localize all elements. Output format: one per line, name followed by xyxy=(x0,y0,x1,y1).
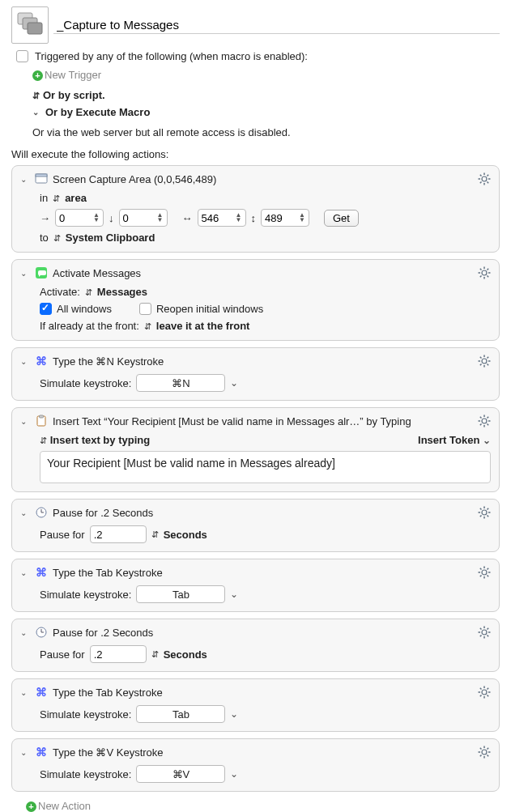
reopen-label: Reopen initial windows xyxy=(156,303,263,315)
action-activate-messages: ⌄ Activate Messages Activate: ⇵ Messages… xyxy=(11,259,500,341)
chevron-down-icon[interactable]: ⌄ xyxy=(230,768,238,780)
chevron-down-icon[interactable]: ⌄ xyxy=(20,175,30,184)
gear-icon[interactable] xyxy=(478,626,491,639)
front-label: If already at the front: xyxy=(40,320,139,332)
macro-group-icon[interactable] xyxy=(11,6,49,44)
gear-icon[interactable] xyxy=(478,415,491,427)
new-trigger-button[interactable]: +New Trigger xyxy=(32,69,101,81)
height-arrow-icon: ↕ xyxy=(251,212,257,224)
will-execute-label: Will execute the following actions: xyxy=(11,148,500,160)
chevron-down-icon[interactable]: ⌄ xyxy=(32,108,42,117)
action-type-tab-1: ⌄ ⌘ Type the Tab Keystroke Simulate keys… xyxy=(11,559,500,612)
action-title: Insert Text “Your Recipient [Must be val… xyxy=(53,415,473,427)
command-icon: ⌘ xyxy=(35,355,48,368)
keystroke-field[interactable]: Tab xyxy=(136,705,225,723)
to-label: to xyxy=(40,232,49,244)
h-field[interactable]: ▲▼ xyxy=(261,209,309,227)
action-title: Type the ⌘V Keystroke xyxy=(53,746,473,759)
right-arrow-icon: → xyxy=(40,212,50,224)
action-insert-text: ⌄ Insert Text “Your Recipient [Must be v… xyxy=(11,407,500,492)
chevron-down-icon[interactable]: ⌄ xyxy=(230,377,238,389)
chevron-down-icon[interactable]: ⌄ xyxy=(230,708,238,720)
svg-rect-13 xyxy=(36,174,47,176)
down-arrow-icon: ↓ xyxy=(109,212,114,224)
activate-label: Activate: xyxy=(40,286,80,298)
action-title: Pause for .2 Seconds xyxy=(53,507,473,519)
chevron-down-icon[interactable]: ⌄ xyxy=(20,568,30,577)
simulate-label: Simulate keystroke: xyxy=(40,589,131,601)
updown-icon[interactable]: ⇵ xyxy=(151,531,159,538)
sort-icon[interactable]: ⇵ xyxy=(32,92,40,99)
pause-field[interactable] xyxy=(90,525,147,543)
chevron-down-icon[interactable]: ⌄ xyxy=(20,357,30,366)
gear-icon[interactable] xyxy=(478,266,491,279)
stepper-icon[interactable]: ▲▼ xyxy=(236,213,242,223)
chevron-down-icon[interactable]: ⌄ xyxy=(20,628,30,637)
in-label: in xyxy=(40,192,48,204)
window-icon xyxy=(35,172,48,185)
messages-app-icon xyxy=(35,266,48,279)
x-field[interactable]: ▲▼ xyxy=(55,209,104,227)
width-arrow-icon: ↔ xyxy=(182,212,193,224)
keystroke-field[interactable]: ⌘N xyxy=(136,374,225,392)
clock-icon xyxy=(35,626,48,639)
gear-icon[interactable] xyxy=(478,172,491,185)
new-action-button[interactable]: +New Action xyxy=(26,800,91,812)
chevron-down-icon[interactable]: ⌄ xyxy=(20,508,30,517)
keystroke-field[interactable]: ⌘V xyxy=(136,765,225,783)
stepper-icon[interactable]: ▲▼ xyxy=(299,213,305,223)
triggered-label: Triggered by any of the following (when … xyxy=(35,50,308,62)
gear-icon[interactable] xyxy=(478,686,491,699)
updown-icon[interactable]: ⇵ xyxy=(144,323,151,329)
gear-icon[interactable] xyxy=(478,506,491,519)
svg-rect-11 xyxy=(28,23,42,34)
chevron-down-icon[interactable]: ⌄ xyxy=(20,748,30,757)
insert-token-button[interactable]: Insert Token ⌄ xyxy=(418,434,491,446)
action-type-cmd-v: ⌄ ⌘ Type the ⌘V Keystroke Simulate keyst… xyxy=(11,738,500,792)
simulate-label: Simulate keystroke: xyxy=(40,768,131,780)
action-type-tab-2: ⌄ ⌘ Type the Tab Keystroke Simulate keys… xyxy=(11,678,500,732)
updown-icon[interactable]: ⇵ xyxy=(151,651,159,657)
clock-icon xyxy=(35,506,48,519)
chevron-down-icon[interactable]: ⌄ xyxy=(20,688,30,697)
gear-icon[interactable] xyxy=(478,355,491,368)
insert-text-body[interactable]: Your Recipient [Must be valid name in Me… xyxy=(40,451,491,483)
action-title: Type the Tab Keystroke xyxy=(53,567,473,579)
macro-title-input[interactable] xyxy=(53,16,500,34)
get-button[interactable]: Get xyxy=(324,210,359,227)
insert-method[interactable]: Insert text by typing xyxy=(50,434,151,446)
pause-unit[interactable]: Seconds xyxy=(164,529,207,541)
updown-icon[interactable]: ⇵ xyxy=(85,289,92,295)
or-via-webserver-label: Or via the web server but all remote acc… xyxy=(32,126,500,138)
front-value[interactable]: leave it at the front xyxy=(156,320,250,332)
chevron-down-icon[interactable]: ⌄ xyxy=(230,589,238,600)
gear-icon[interactable] xyxy=(478,746,491,759)
triggered-checkbox[interactable] xyxy=(16,50,28,62)
stepper-icon[interactable]: ▲▼ xyxy=(157,213,164,223)
updown-icon[interactable]: ⇵ xyxy=(40,437,47,444)
stepper-icon[interactable]: ▲▼ xyxy=(93,213,100,223)
activate-target[interactable]: Messages xyxy=(97,286,147,298)
chevron-down-icon: ⌄ xyxy=(483,435,491,446)
updown-icon[interactable]: ⇵ xyxy=(53,195,60,202)
all-windows-label: All windows xyxy=(57,303,112,315)
to-target[interactable]: System Clipboard xyxy=(66,232,155,244)
pause-label: Pause for xyxy=(40,529,85,541)
all-windows-checkbox[interactable] xyxy=(40,303,52,315)
action-title: Pause for .2 Seconds xyxy=(53,627,473,639)
chevron-down-icon[interactable]: ⌄ xyxy=(20,269,30,278)
pause-unit[interactable]: Seconds xyxy=(164,648,207,661)
or-by-execute-label: Or by Execute Macro xyxy=(45,106,150,118)
pause-field[interactable] xyxy=(90,645,147,663)
simulate-label: Simulate keystroke: xyxy=(40,377,131,389)
updown-icon[interactable]: ⇵ xyxy=(53,235,61,241)
action-title: Screen Capture Area (0,0,546,489) xyxy=(53,173,473,185)
clipboard-icon xyxy=(35,415,48,427)
area-label: area xyxy=(65,192,87,204)
w-field[interactable]: ▲▼ xyxy=(198,209,246,227)
keystroke-field[interactable]: Tab xyxy=(136,585,225,603)
chevron-down-icon[interactable]: ⌄ xyxy=(20,417,30,426)
gear-icon[interactable] xyxy=(478,566,491,579)
y-field[interactable]: ▲▼ xyxy=(119,209,168,227)
reopen-checkbox[interactable] xyxy=(139,303,151,315)
